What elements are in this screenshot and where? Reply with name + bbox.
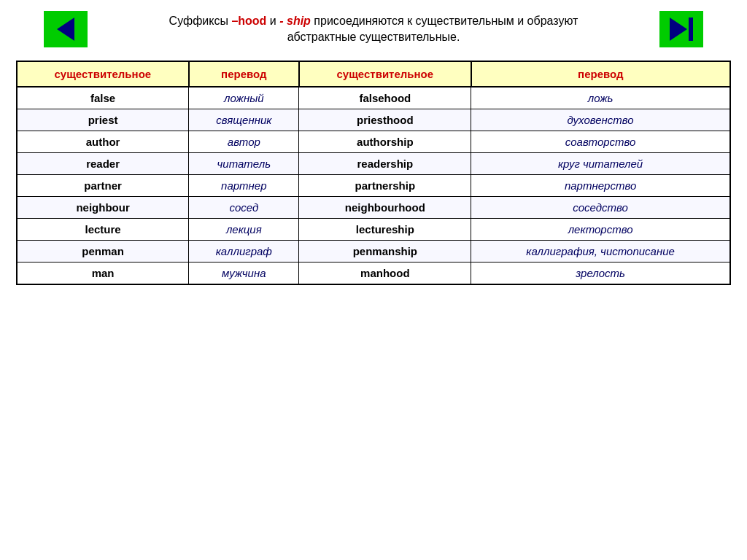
table-row: priest священник priesthood духовенство [17,109,730,131]
header-trans1: перевод [189,61,299,87]
table-row: author автор authorship соавторство [17,131,730,152]
vocabulary-table: существительное перевод существительное … [16,61,731,285]
cell-trans: мужчина [189,262,299,284]
table-row: lecture лекция lectureship лекторство [17,218,730,240]
cell-derived: readership [299,152,471,174]
prev-arrow-icon [57,18,74,41]
cell-trans: лекция [189,218,299,240]
cell-trans2: ложь [471,87,730,109]
header-section: Суффиксы –hood и - ship присоединяются к… [15,7,732,52]
header-trans2: перевод [471,61,730,87]
cell-derived: lectureship [299,218,471,240]
cell-derived: falsehood [299,87,471,109]
next-arrow-shape [670,18,687,41]
cell-noun: author [17,131,189,152]
cell-trans: читатель [189,152,299,174]
cell-derived: priesthood [299,109,471,131]
cell-derived: authorship [299,131,471,152]
suffix-hood: –hood [231,15,266,27]
cell-trans: ложный [189,87,299,109]
cell-trans2: каллиграфия, чистописание [471,240,730,262]
cell-noun: reader [17,152,189,174]
title-and: и [266,15,279,27]
table-row: neighbour сосед neighbourhood соседство [17,196,730,218]
prev-button[interactable] [44,11,88,47]
header-noun2: существительное [299,61,471,87]
cell-trans: партнер [189,174,299,196]
cell-derived: penmanship [299,240,471,262]
title-rest: присоединяются к существительным и образ… [287,15,578,43]
table-row: partner партнер partnership партнерство [17,174,730,196]
cell-trans2: партнерство [471,174,730,196]
cell-trans2: духовенство [471,109,730,131]
cell-noun: lecture [17,218,189,240]
cell-trans: автор [189,131,299,152]
cell-trans2: лекторство [471,218,730,240]
cell-derived: partnership [299,174,471,196]
cell-trans: сосед [189,196,299,218]
cell-trans: каллиграф [189,240,299,262]
cell-noun: priest [17,109,189,131]
cell-noun: man [17,262,189,284]
cell-derived: manhood [299,262,471,284]
cell-noun: penman [17,240,189,262]
cell-noun: neighbour [17,196,189,218]
cell-derived: neighbourhood [299,196,471,218]
next-button[interactable] [659,11,703,47]
cell-trans: священник [189,109,299,131]
suffix-ship: - ship [279,15,311,27]
cell-trans2: круг читателей [471,152,730,174]
header-noun1: существительное [17,61,189,87]
cell-noun: false [17,87,189,109]
cell-trans2: зрелость [471,262,730,284]
table-row: penman каллиграф penmanship каллиграфия,… [17,240,730,262]
title-text: Суффиксы –hood и - ship присоединяются к… [155,13,592,46]
cell-trans2: соседство [471,196,730,218]
table-row: false ложный falsehood ложь [17,87,730,109]
table-row: man мужчина manhood зрелость [17,262,730,284]
next-bar [689,18,693,41]
title-prefix: Суффиксы [169,15,232,27]
table-header-row: существительное перевод существительное … [17,61,730,87]
table-row: reader читатель readership круг читателе… [17,152,730,174]
cell-noun: partner [17,174,189,196]
next-arrow-icon [670,18,693,41]
cell-trans2: соавторство [471,131,730,152]
